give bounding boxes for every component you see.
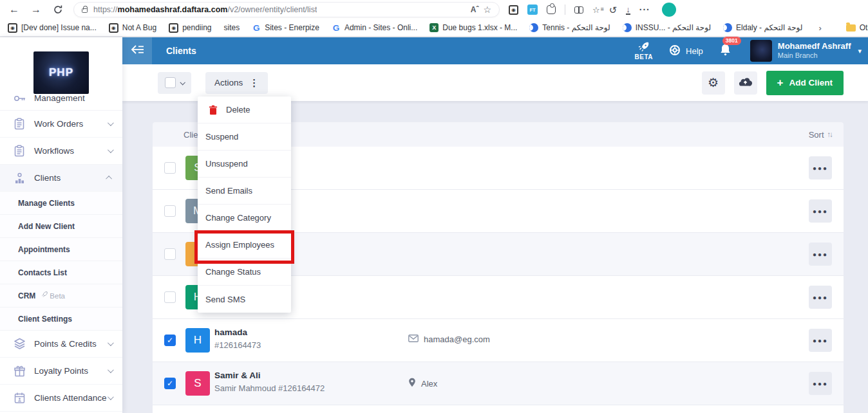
back-icon[interactable]: ←	[9, 5, 19, 15]
google-icon: G	[252, 23, 261, 32]
row-checkbox[interactable]	[164, 162, 176, 174]
sidebar-clipped-item: Management	[0, 94, 122, 111]
collapse-sidebar-button[interactable]	[122, 37, 152, 64]
favorite-star-icon[interactable]: ☆	[483, 5, 491, 15]
screen: ← → https://mohamedashraf.daftara.com/v2…	[0, 0, 868, 413]
bookmark-item-pendiing[interactable]: ◉pendiing	[169, 23, 211, 33]
table-row[interactable]: ✓SSamir & AliSamir Mahmoud #126164472Ale…	[153, 362, 844, 405]
kebab-icon: ⋮	[249, 77, 259, 89]
bookmark-item-eldaly[interactable]: Eldaly - لوحة التحكم	[723, 23, 802, 32]
row-checkbox[interactable]: ✓	[164, 378, 176, 389]
sidebar-item-points-credits[interactable]: Points & Credits	[0, 331, 122, 358]
google-icon: G	[332, 23, 341, 32]
other-favorites-label: Other favorites	[860, 23, 868, 32]
row-actions-button[interactable]: ●●●	[809, 199, 832, 223]
select-all-checkbox[interactable]	[165, 77, 176, 88]
clients-submenu: Manage ClientsAdd New ClientAppointments…	[0, 192, 122, 331]
collections-icon[interactable]: ☆≡	[592, 6, 600, 14]
menu-item-assign-employees[interactable]: Assign Employees	[198, 232, 291, 259]
sidebar-subitem-crm[interactable]: CRMBeta	[0, 284, 122, 307]
bell-icon	[719, 48, 732, 59]
row-actions-button[interactable]: ●●●	[809, 372, 832, 395]
user-menu[interactable]: Mohamedf Ashraff Main Branch ▾	[750, 40, 862, 62]
sidebar-item-clients-attendance[interactable]: Clients Attendance	[0, 385, 122, 412]
add-client-button[interactable]: + Add Client	[766, 71, 844, 95]
menu-item-change-category[interactable]: Change Category	[198, 205, 291, 232]
beta-button[interactable]: BETA	[635, 42, 653, 60]
sidebar-subitem-appointments[interactable]: Appointments	[0, 238, 122, 261]
chevron-down-icon	[108, 367, 114, 373]
excel-icon: X	[429, 23, 439, 32]
sidebar-item-workflows[interactable]: Workflows	[0, 138, 122, 165]
menu-item-send-sms[interactable]: Send SMS	[198, 286, 291, 313]
bookmark-item-sites[interactable]: sites	[224, 23, 240, 32]
menu-item-unsuspend[interactable]: Unsuspend	[198, 151, 291, 178]
bookmark-item-due-bugs-1-xlsx-m[interactable]: XDue bugs 1.xlsx - M...	[429, 23, 517, 32]
other-favorites[interactable]: Other favorites	[846, 23, 868, 32]
page-title: Clients	[166, 46, 196, 56]
row-checkbox[interactable]	[164, 291, 176, 303]
bookmark-item-not-a-bug[interactable]: ◉Not A Bug	[109, 23, 156, 33]
split-screen-icon[interactable]	[574, 6, 583, 14]
chevron-up-icon	[106, 176, 112, 182]
avatar: S	[185, 371, 210, 396]
bookmark-item-tennis[interactable]: Tennis - لوحة التحكم	[529, 23, 610, 32]
history-icon[interactable]: ↺	[609, 5, 618, 15]
row-actions-button[interactable]: ●●●	[809, 286, 832, 309]
row-checkbox[interactable]	[164, 248, 176, 260]
downloads-icon[interactable]: ↓	[626, 5, 630, 15]
menu-item-change-status[interactable]: Change Status	[198, 259, 291, 286]
row-checkbox[interactable]: ✓	[164, 335, 176, 346]
sidebar-subitem-manage-clients[interactable]: Manage Clients	[0, 192, 122, 215]
notifications-button[interactable]: 3801	[719, 42, 732, 59]
sidebar-item-work-orders[interactable]: Work Orders	[0, 111, 122, 138]
row-checkbox[interactable]	[164, 205, 176, 217]
table-row[interactable]: ✓●●●	[153, 405, 844, 413]
bookmarks-overflow-icon[interactable]: ›	[818, 23, 821, 33]
bookmark-item-dev-done-issue-na[interactable]: ◉[Dev done] Issue na...	[8, 23, 97, 33]
row-actions-button[interactable]: ●●●	[809, 156, 832, 179]
sidebar-item-clients[interactable]: Clients	[0, 165, 122, 192]
menu-item-delete[interactable]: Delete	[198, 96, 291, 124]
row-actions-button[interactable]: ●●●	[809, 329, 832, 352]
user-avatar	[750, 40, 772, 62]
browser-profile-avatar[interactable]	[662, 3, 676, 17]
forward-icon[interactable]: →	[31, 5, 41, 15]
key-icon	[13, 94, 26, 105]
company-logo: PHP	[33, 51, 89, 94]
gear-icon: ⚙	[708, 77, 719, 89]
bookmark-item-sites-enerpize[interactable]: GSites - Enerpize	[252, 23, 319, 32]
import-export-button[interactable]	[734, 71, 757, 95]
address-bar[interactable]: https://mohamedashraf.daftara.com/v2/own…	[73, 2, 500, 17]
ft-extension-icon[interactable]: FT	[527, 5, 538, 15]
url-text: https://mohamedashraf.daftara.com/v2/own…	[93, 5, 317, 14]
actions-dropdown-menu: DeleteSuspendUnsuspendSend EmailsChange …	[198, 96, 291, 313]
browser-menu-icon[interactable]: ···	[639, 5, 650, 15]
table-row[interactable]: ✓Hhamada#126164473hamada@eg.com●●●	[153, 319, 844, 362]
sort-button[interactable]: Sort ↑↓	[809, 130, 832, 140]
list-toolbar: Actions ⋮ ⚙ + Add Client	[122, 64, 868, 101]
menu-item-suspend[interactable]: Suspend	[198, 124, 291, 151]
settings-button[interactable]: ⚙	[702, 71, 725, 95]
menu-item-send-emails[interactable]: Send Emails	[198, 178, 291, 205]
sidebar-subitem-contacts-list[interactable]: Contacts List	[0, 261, 122, 284]
help-button[interactable]: Help	[668, 44, 703, 59]
refresh-icon[interactable]	[53, 5, 63, 15]
board-extension-icon[interactable]: ◉	[509, 5, 518, 15]
beta-label: BETA	[635, 53, 653, 60]
extensions-puzzle-icon[interactable]	[547, 5, 556, 14]
bookmark-item-admin-sites-onli[interactable]: GAdmin - Sites - Onli...	[332, 23, 417, 32]
bookmark-item-inssu[interactable]: INSSU... - لوحة التحكم	[623, 23, 711, 32]
sidebar-subitem-add-new-client[interactable]: Add New Client	[0, 215, 122, 238]
sidebar-item-management[interactable]: Management	[0, 94, 122, 111]
sidebar-item-loyalty-points[interactable]: Loyalty Points	[0, 358, 122, 385]
read-aloud-icon[interactable]: Aˆ	[471, 5, 479, 14]
app-header: Clients BETA Help 3801	[122, 37, 868, 64]
sidebar-subitem-client-settings[interactable]: Client Settings	[0, 307, 122, 331]
select-all-button[interactable]	[158, 72, 191, 94]
actions-button[interactable]: Actions ⋮	[205, 72, 268, 94]
row-actions-button[interactable]: ●●●	[809, 243, 832, 266]
board-icon: ◉	[109, 23, 118, 33]
daftara-icon	[723, 23, 732, 32]
browser-extensions-area: ◉ FT ☆≡ ↺ ↓ ···	[509, 3, 676, 17]
